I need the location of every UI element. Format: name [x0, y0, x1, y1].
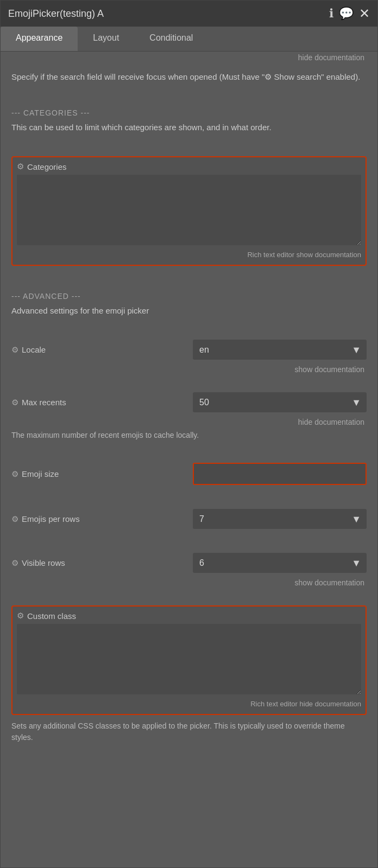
emojis-per-rows-label: ⚙ Emojis per rows — [11, 514, 193, 524]
max-recents-section: ⚙ Max recents 50 ▼ hide documentation Th… — [1, 380, 377, 451]
max-recents-label: ⚙ Max recents — [11, 398, 193, 407]
categories-gear-icon: ⚙ — [17, 162, 24, 171]
locale-label: ⚙ Locale — [11, 345, 193, 355]
locale-row: ⚙ Locale en ▼ — [11, 340, 367, 360]
custom-class-gear-icon: ⚙ — [17, 611, 24, 621]
custom-class-doc-text: Sets any additional CSS classes to be ap… — [11, 720, 367, 743]
categories-label-text: Categories — [27, 162, 67, 171]
categories-section: --- CATEGORIES --- This can be used to l… — [1, 94, 377, 145]
modal-window: EmojiPicker(testing) A ℹ 💬 ✕ Appearance … — [0, 0, 378, 868]
hide-doc-top-link[interactable]: hide documentation — [298, 53, 367, 62]
emojis-per-rows-select[interactable]: 7 — [193, 509, 367, 529]
close-icon[interactable]: ✕ — [359, 6, 370, 21]
max-recents-hide-doc-link[interactable]: hide documentation — [11, 418, 367, 426]
title-icons: ℹ 💬 ✕ — [329, 6, 370, 21]
focus-description-section: Specify if the search field will receive… — [1, 65, 377, 94]
emoji-size-input[interactable] — [193, 463, 367, 485]
window-title: EmojiPicker(testing) A — [8, 8, 104, 20]
emojis-per-rows-row: ⚙ Emojis per rows 7 ▼ — [11, 509, 367, 529]
advanced-section: --- ADVANCED --- Advanced settings for t… — [1, 278, 377, 328]
emojis-per-rows-gear-icon: ⚙ — [11, 514, 18, 524]
visible-rows-select-wrap: 6 ▼ — [193, 553, 367, 573]
advanced-description-text: Advanced settings for the emoji picker — [11, 305, 367, 317]
tab-layout[interactable]: Layout — [78, 27, 134, 51]
max-recents-select-wrap: 50 ▼ — [193, 392, 367, 412]
visible-rows-gear-icon: ⚙ — [11, 558, 18, 568]
max-recents-row: ⚙ Max recents 50 ▼ — [11, 392, 367, 412]
categories-field-box: ⚙ Categories Rich text editor show docum… — [11, 156, 367, 266]
visible-rows-show-doc-link[interactable]: show documentation — [11, 578, 367, 587]
emojis-per-rows-section: ⚙ Emojis per rows 7 ▼ — [1, 497, 377, 541]
categories-description-text: This can be used to limit which categori… — [11, 122, 367, 134]
emoji-size-row: ⚙ Emoji size — [11, 463, 367, 485]
custom-class-textarea[interactable] — [17, 624, 361, 694]
categories-rich-text-hint: Rich text editor show documentation — [17, 250, 361, 260]
visible-rows-label-text: Visible rows — [22, 558, 65, 567]
info-icon[interactable]: ℹ — [329, 7, 333, 21]
categories-divider-text: --- CATEGORIES --- — [11, 108, 367, 117]
locale-section: ⚙ Locale en ▼ show documentation — [1, 328, 377, 380]
custom-class-rich-text-hint: Rich text editor hide documentation — [17, 699, 361, 710]
tab-conditional[interactable]: Conditional — [134, 27, 208, 51]
content-area: hide documentation Specify if the search… — [1, 52, 377, 867]
tabs-bar: Appearance Layout Conditional — [1, 27, 377, 52]
max-recents-doc-text: The maximum number of recent emojis to c… — [11, 430, 367, 441]
emoji-size-label: ⚙ Emoji size — [11, 469, 193, 479]
custom-class-field-label: ⚙ Custom class — [17, 611, 361, 621]
max-recents-gear-icon: ⚙ — [11, 398, 18, 407]
locale-gear-icon: ⚙ — [11, 345, 18, 355]
locale-show-doc-link[interactable]: show documentation — [11, 365, 367, 374]
categories-field-label: ⚙ Categories — [17, 162, 361, 171]
custom-class-field-box: ⚙ Custom class Rich text editor hide doc… — [11, 605, 367, 715]
focus-description-text: Specify if the search field will receive… — [11, 71, 367, 84]
chat-icon[interactable]: 💬 — [339, 7, 354, 21]
max-recents-label-text: Max recents — [22, 398, 66, 407]
advanced-divider-text: --- ADVANCED --- — [11, 292, 367, 301]
top-doc-link-area: hide documentation — [1, 52, 377, 65]
visible-rows-row: ⚙ Visible rows 6 ▼ — [11, 553, 367, 573]
emojis-per-rows-label-text: Emojis per rows — [22, 514, 80, 524]
categories-textarea[interactable] — [17, 175, 361, 245]
locale-select[interactable]: en — [193, 340, 367, 360]
title-bar: EmojiPicker(testing) A ℹ 💬 ✕ — [1, 1, 377, 27]
categories-field-section: ⚙ Categories Rich text editor show docum… — [1, 144, 377, 278]
custom-class-label-text: Custom class — [27, 611, 76, 621]
custom-class-section: ⚙ Custom class Rich text editor hide doc… — [1, 593, 377, 753]
visible-rows-label: ⚙ Visible rows — [11, 558, 193, 568]
max-recents-select[interactable]: 50 — [193, 392, 367, 412]
emoji-size-section: ⚙ Emoji size — [1, 451, 377, 497]
emoji-size-gear-icon: ⚙ — [11, 469, 18, 479]
emoji-size-label-text: Emoji size — [22, 469, 59, 478]
visible-rows-section: ⚙ Visible rows 6 ▼ show documentation — [1, 541, 377, 593]
visible-rows-select[interactable]: 6 — [193, 553, 367, 573]
locale-label-text: Locale — [22, 345, 46, 354]
tab-appearance[interactable]: Appearance — [1, 27, 78, 51]
emojis-per-rows-select-wrap: 7 ▼ — [193, 509, 367, 529]
locale-select-wrap: en ▼ — [193, 340, 367, 360]
